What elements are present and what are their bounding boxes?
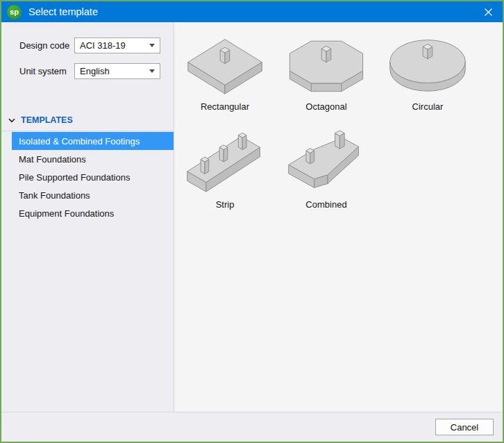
circular-footing-icon [387,32,469,96]
design-code-select[interactable]: ACI 318-19 [74,37,160,53]
dialog-body: Design code ACI 318-19 Unit system Engli… [1,22,503,412]
card-label: Circular [412,101,444,112]
template-category-list: Isolated & Combined Footings Mat Foundat… [1,132,174,222]
dropdown-arrow-icon [149,44,155,47]
card-label: Strip [216,199,235,210]
template-card-circular[interactable]: Circular [377,32,478,112]
card-label: Combined [305,199,346,210]
gallery-row-2: Strip [174,130,503,210]
sidebar-item-mat-foundations[interactable]: Mat Foundations [1,150,174,168]
design-code-label: Design code [19,40,74,51]
window-title: Select template [28,6,98,17]
templates-section-header[interactable]: TEMPLATES [8,115,174,125]
cancel-button[interactable]: Cancel [435,419,494,435]
close-button[interactable] [473,1,503,22]
templates-header-label: TEMPLATES [21,115,73,125]
template-card-rectangular[interactable]: Rectangular [174,32,276,112]
unit-system-value: English [80,66,110,76]
design-code-row: Design code ACI 318-19 [19,37,174,53]
separator [1,131,174,131]
unit-system-row: Unit system English [19,63,174,79]
sidebar-item-pile-supported-foundations[interactable]: Pile Supported Foundations [1,168,174,186]
sidebar-item-isolated-combined-footings[interactable]: Isolated & Combined Footings [12,132,174,150]
strip-footing-icon [184,130,266,194]
template-card-combined[interactable]: Combined [276,130,377,210]
dropdown-arrow-icon [149,69,155,73]
close-icon [485,8,492,16]
template-card-strip[interactable]: Strip [174,130,276,210]
rectangular-footing-icon [184,32,266,96]
footer: Cancel [1,412,503,442]
design-code-value: ACI 318-19 [80,40,126,51]
card-label: Octagonal [305,101,346,112]
template-gallery: Rectangular Octago [174,22,503,412]
combined-footing-icon [285,130,367,194]
gallery-row-1: Rectangular Octago [174,32,503,112]
sidebar-item-equipment-foundations[interactable]: Equipment Foundations [1,204,174,222]
card-label: Rectangular [201,101,249,112]
left-panel: Design code ACI 318-19 Unit system Engli… [1,22,174,412]
titlebar: sp Select template [1,1,503,22]
unit-system-select[interactable]: English [74,63,160,79]
octagonal-footing-icon [285,32,367,96]
select-template-dialog: sp Select template Design code ACI 318-1… [0,0,504,443]
sidebar-item-tank-foundations[interactable]: Tank Foundations [1,186,174,204]
chevron-down-icon [8,118,15,123]
unit-system-label: Unit system [19,66,74,76]
app-logo: sp [7,5,22,19]
template-card-octagonal[interactable]: Octagonal [276,32,377,112]
